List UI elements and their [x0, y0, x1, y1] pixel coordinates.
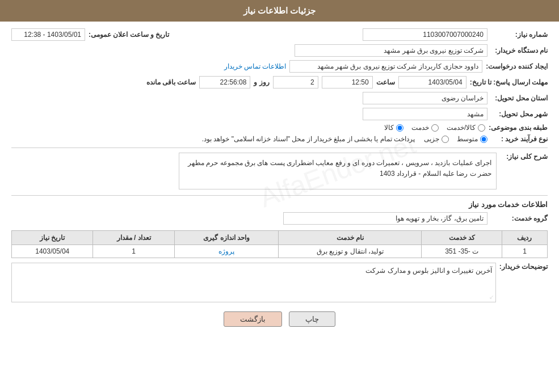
cell-name: تولید، انتقال و توزیع برق: [279, 245, 422, 258]
buyer-label: نام دستگاه خریدار:: [491, 47, 548, 54]
need-number-row: شماره نیاز: 1103007007000240 تاریخ و ساع…: [11, 28, 548, 41]
deadline-countdown: 22:56:08: [199, 76, 250, 88]
process-option-motaset[interactable]: متوسط: [457, 135, 487, 143]
announce-date-value: 1403/05/01 - 12:38: [11, 28, 85, 41]
buyer-contact-link[interactable]: اطلاعات تماس خریدار: [224, 62, 287, 70]
deadline-day-label: روز و: [254, 78, 269, 86]
cell-code: ت -35- 351: [422, 245, 502, 258]
province-row: استان محل تحویل: خراسان رضوی: [11, 92, 548, 104]
page-title: جزئیات اطلاعات نیاز: [243, 6, 316, 15]
col-qty: تعداد / مقدار: [93, 231, 174, 245]
deadline-day: 2: [273, 76, 318, 88]
buyer-value: شرکت توزیع نیروی برق شهر مشهد: [295, 44, 487, 57]
services-table: ردیف کد خدمت نام خدمت واحد اندازه گیری ت…: [11, 230, 548, 258]
need-number-label: شماره نیاز:: [491, 31, 548, 39]
category-option-kala[interactable]: کالا: [384, 124, 404, 132]
description-label: شرح کلی نیاز:: [502, 153, 548, 161]
services-table-section: ردیف کد خدمت نام خدمت واحد اندازه گیری ت…: [11, 230, 548, 258]
cell-qty: 1: [93, 245, 174, 258]
col-unit: واحد اندازه گیری: [174, 231, 279, 245]
deadline-date: 1403/05/04: [398, 76, 466, 88]
buyer-notes-row: توضیحات خریدار: آخرین تغییرات و انالیز ب…: [11, 263, 548, 302]
process-note: پرداخت تمام یا بخشی از مبلغ خریدار از مح…: [202, 135, 415, 143]
deadline-row: مهلت ارسال پاسخ: تا تاریخ: 1403/05/04 سا…: [11, 76, 548, 88]
cell-date: 1403/05/04: [12, 245, 93, 258]
cell-unit: پروژه: [174, 245, 279, 258]
process-label: نوع فرآیند خرید :: [491, 135, 548, 143]
service-group-row: گروه خدمت: تامین برق، گاز، بخار و تهویه …: [11, 212, 548, 225]
announce-date-label: تاریخ و ساعت اعلان عمومی:: [89, 31, 169, 39]
category-option-khedmat[interactable]: خدمت: [411, 124, 439, 132]
creator-label: ایجاد کننده درخواست:: [486, 62, 548, 70]
services-section-title: اطلاعات خدمات مورد نیاز: [11, 200, 548, 209]
creator-row: ایجاد کننده درخواست: داوود حجازی کاربردا…: [11, 60, 548, 73]
buyer-notes-label: توضیحات خریدار:: [499, 263, 548, 271]
service-group-value: تامین برق، گاز، بخار و تهویه هوا: [283, 212, 487, 225]
col-row: ردیف: [502, 231, 547, 245]
city-value: مشهد: [363, 108, 487, 120]
category-label: طبقه بندی موضوعی:: [489, 124, 548, 132]
category-radio-group: کالا/خدمت خدمت کالا: [384, 124, 485, 132]
buyer-notes-value: آخرین تغییرات و انالیز بلوس و مدارک شرکت: [365, 267, 491, 275]
process-row: نوع فرآیند خرید : متوسط جزیی پرداخت تمام…: [11, 135, 548, 143]
city-label: شهر محل تحویل:: [491, 110, 548, 118]
province-label: استان محل تحویل:: [491, 94, 548, 102]
description-value: اجرای عملیات بازدید ، سرویس ، تعمیرات دو…: [188, 159, 491, 178]
col-code: کد خدمت: [422, 231, 502, 245]
cell-row: 1: [502, 245, 547, 258]
deadline-label: مهلت ارسال پاسخ: تا تاریخ:: [470, 78, 548, 86]
service-group-label: گروه خدمت:: [491, 214, 548, 222]
province-value: خراسان رضوی: [363, 92, 487, 104]
creator-value: داوود حجازی کاربرداز شرکت توزیع نیروی بر…: [289, 60, 482, 73]
action-buttons: چاپ بازگشت: [11, 311, 548, 327]
deadline-countdown-label: ساعت باقی مانده: [146, 78, 196, 86]
process-option-jozii[interactable]: جزیی: [424, 135, 449, 143]
back-button[interactable]: بازگشت: [224, 311, 282, 327]
deadline-time: 12:50: [322, 76, 373, 88]
category-row: طبقه بندی موضوعی: کالا/خدمت خدمت کالا: [11, 124, 548, 132]
buyer-notes-box: آخرین تغییرات و انالیز بلوس و مدارک شرکت: [11, 263, 496, 302]
print-button[interactable]: چاپ: [289, 311, 335, 327]
page-header: جزئیات اطلاعات نیاز: [0, 0, 559, 22]
need-number-value: 1103007007000240: [363, 28, 487, 41]
category-option-kala-khedmat[interactable]: کالا/خدمت: [447, 124, 485, 132]
description-box: AlfaEnder.net اجرای عملیات بازدید ، سروی…: [179, 153, 497, 189]
process-radio-group: متوسط جزیی: [424, 135, 487, 143]
city-row: شهر محل تحویل: مشهد: [11, 108, 548, 120]
col-date: تاریخ نیاز: [12, 231, 93, 245]
table-row: 1 ت -35- 351 تولید، انتقال و توزیع برق پ…: [12, 245, 548, 258]
col-name: نام خدمت: [279, 231, 422, 245]
deadline-time-label: ساعت: [376, 78, 395, 86]
buyer-row: نام دستگاه خریدار: شرکت توزیع نیروی برق …: [11, 44, 548, 57]
